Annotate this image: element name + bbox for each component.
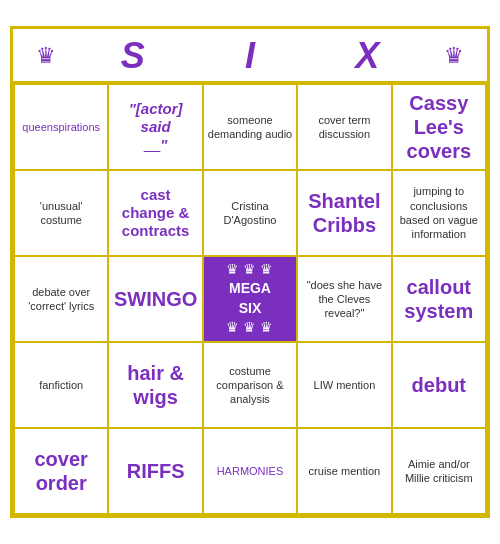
mega-crowns-top: ♛ ♛ ♛ <box>226 261 273 277</box>
cell-r1c3: someone demanding audio <box>204 85 298 171</box>
cell-text-r3c1: debate over 'correct' lyrics <box>19 285 103 314</box>
cell-text-r3c5: calloutsystem <box>404 275 473 323</box>
cell-r4c2: hair &wigs <box>109 343 203 429</box>
cell-r2c3: Cristina D'Agostino <box>204 171 298 257</box>
cell-text-r2c5: jumping to conclusions based on vague in… <box>397 184 481 241</box>
cell-text-r4c1: fanfiction <box>39 378 83 392</box>
cell-text-r4c5: debut <box>412 373 466 397</box>
cell-text-r2c1: 'unusual' costume <box>19 199 103 228</box>
cell-r5c3: HARMONIES <box>204 429 298 515</box>
cell-r3c4: "does she have the Cleves reveal?" <box>298 257 392 343</box>
cell-r2c2: castchange &contracts <box>109 171 203 257</box>
cell-text-r4c3: costume comparison & analysis <box>208 364 292 407</box>
cell-text-r3c4: "does she have the Cleves reveal?" <box>302 278 386 321</box>
letter-i: I <box>210 35 290 77</box>
cell-r2c5: jumping to conclusions based on vague in… <box>393 171 487 257</box>
cell-r5c2: RIFFS <box>109 429 203 515</box>
cell-text-r2c2: castchange &contracts <box>122 186 190 240</box>
cell-text-r1c4: cover term discussion <box>302 113 386 142</box>
crown-left: ♛ <box>36 43 56 69</box>
letter-x: X <box>327 35 407 77</box>
cell-r2c4: ShantelCribbs <box>298 171 392 257</box>
crown-right: ♛ <box>444 43 464 69</box>
bingo-grid: queenspirations "[actor]said " someone d… <box>13 83 487 515</box>
cell-r5c1: coverorder <box>15 429 109 515</box>
cell-text-r5c4: cruise mention <box>309 464 381 478</box>
cell-text-r4c4: LIW mention <box>314 378 376 392</box>
cell-text-r4c2: hair &wigs <box>127 361 184 409</box>
mega-label: MEGASIX <box>229 279 271 318</box>
cell-text-r1c2: "[actor]said " <box>129 100 183 154</box>
cell-text-r1c5: CassyLee'scovers <box>407 91 472 163</box>
cell-text-r3c2: SWINGO <box>114 287 197 311</box>
cell-text-r1c3: someone demanding audio <box>208 113 292 142</box>
cell-r3c5: calloutsystem <box>393 257 487 343</box>
cell-text-r5c2: RIFFS <box>127 459 185 483</box>
cell-r1c1: queenspirations <box>15 85 109 171</box>
cell-r5c4: cruise mention <box>298 429 392 515</box>
cell-r4c4: LIW mention <box>298 343 392 429</box>
cell-r1c5: CassyLee'scovers <box>393 85 487 171</box>
cell-text-r2c4: ShantelCribbs <box>308 189 380 237</box>
cell-r1c2: "[actor]said " <box>109 85 203 171</box>
cell-r4c3: costume comparison & analysis <box>204 343 298 429</box>
cell-r3c1: debate over 'correct' lyrics <box>15 257 109 343</box>
cell-r2c1: 'unusual' costume <box>15 171 109 257</box>
letter-s: S <box>93 35 173 77</box>
cell-r3c2: SWINGO <box>109 257 203 343</box>
cell-r3c3-mega: ♛ ♛ ♛ MEGASIX ♛ ♛ ♛ <box>204 257 298 343</box>
bingo-card: ♛ S I X ♛ queenspirations "[actor]said "… <box>10 26 490 518</box>
cell-r5c5: Aimie and/or Millie criticism <box>393 429 487 515</box>
cell-r1c4: cover term discussion <box>298 85 392 171</box>
cell-text-r5c3: HARMONIES <box>217 464 284 478</box>
bingo-header: ♛ S I X ♛ <box>13 29 487 83</box>
cell-text-r5c1: coverorder <box>35 447 88 495</box>
cell-text-r5c5: Aimie and/or Millie criticism <box>397 457 481 486</box>
cell-r4c5: debut <box>393 343 487 429</box>
cell-text-r2c3: Cristina D'Agostino <box>208 199 292 228</box>
mega-crowns-bottom: ♛ ♛ ♛ <box>226 319 273 335</box>
cell-r4c1: fanfiction <box>15 343 109 429</box>
cell-text-r1c1: queenspirations <box>22 120 100 134</box>
